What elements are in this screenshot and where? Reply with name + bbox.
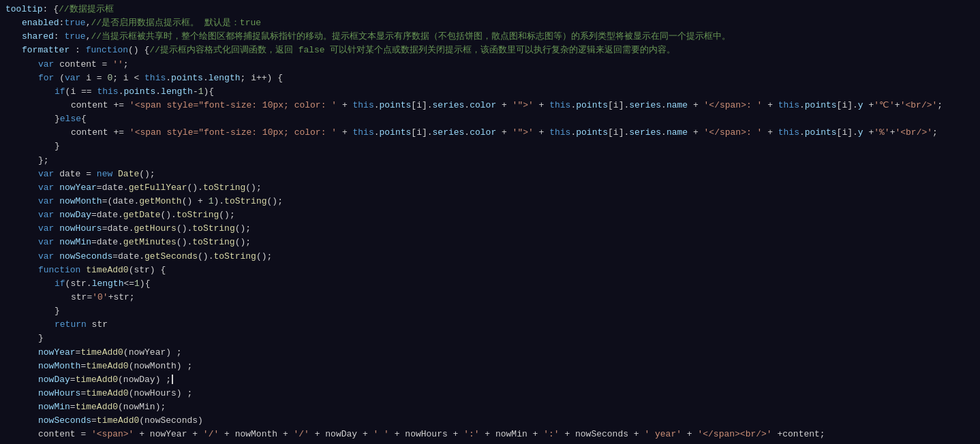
code-line: content += '<span style="font-size: 10px… — [0, 126, 980, 140]
code-line: content = '<span>' + nowYear + '/' + now… — [0, 428, 980, 441]
code-line: function timeAdd0(str) { — [0, 264, 980, 277]
code-line: }else{ — [0, 112, 980, 126]
code-line: var nowSeconds=date.getSeconds().toStrin… — [0, 250, 980, 264]
code-line: tooltip: {//数据提示框 — [0, 3, 980, 16]
code-line: var content = ''; — [0, 58, 980, 72]
code-line: }; — [0, 154, 980, 168]
code-line: for (var i = 0; i < this.points.length; … — [0, 72, 980, 85]
code-line: nowMin=timeAdd0(nowMin); — [0, 400, 980, 414]
code-line: nowHours=timeAdd0(nowHours) ; — [0, 387, 980, 400]
code-line: } — [0, 304, 980, 318]
code-line: } — [0, 332, 980, 345]
code-line: if(str.length<=1){ — [0, 277, 980, 291]
code-line: var nowHours=date.getHours().toString(); — [0, 222, 980, 236]
code-line: var nowMonth=(date.getMonth() + 1).toStr… — [0, 195, 980, 208]
code-line-active: nowDay=timeAdd0(nowDay) ; — [0, 373, 980, 387]
code-line: str='0'+str; — [0, 291, 980, 304]
code-line: nowYear=timeAdd0(nowYear) ; — [0, 346, 980, 360]
code-line: var nowMin=date.getMinutes().toString(); — [0, 236, 980, 249]
code-line: if(i == this.points.length-1){ — [0, 85, 980, 99]
code-line: content += '<span style="font-size: 10px… — [0, 99, 980, 112]
code-line: var nowYear=date.getFullYear().toString(… — [0, 181, 980, 195]
code-line: formatter : function() {//提示框内容格式化回调函数，返… — [0, 44, 980, 57]
code-line: } — [0, 140, 980, 153]
code-editor: tooltip: {//数据提示框 enabled:true,//是否启用数据点… — [0, 0, 980, 444]
code-line: enabled:true,//是否启用数据点提示框。 默认是：true — [0, 16, 980, 30]
code-line: var nowDay=date.getDate().toString(); — [0, 208, 980, 222]
code-line: shared: true,//当提示框被共享时，整个绘图区都将捕捉鼠标指针的移动… — [0, 30, 980, 44]
code-line: nowSeconds=timeAdd0(nowSeconds) — [0, 414, 980, 428]
code-line: var date = new Date(); — [0, 168, 980, 181]
code-line: return str — [0, 318, 980, 332]
code-line: return content; — [0, 442, 980, 445]
code-line: nowMonth=timeAdd0(nowMonth) ; — [0, 360, 980, 373]
